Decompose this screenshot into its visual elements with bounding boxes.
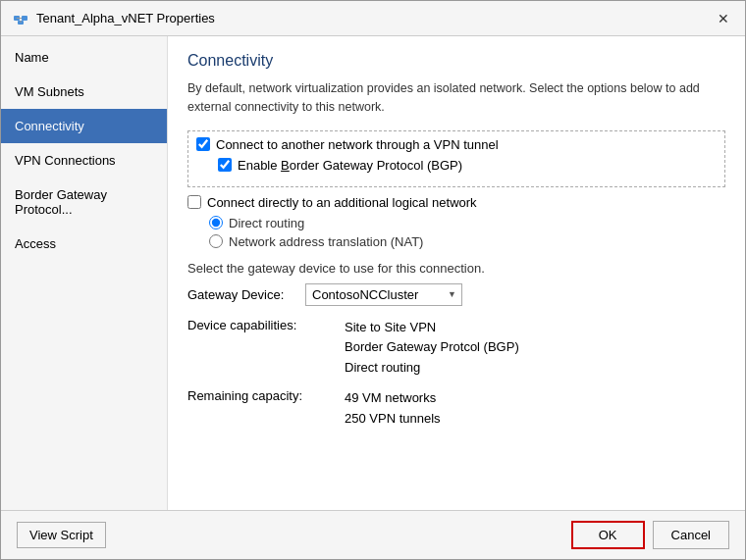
dialog-footer: View Script OK Cancel: [1, 510, 745, 559]
gateway-device-select[interactable]: ContosoNCCluster: [305, 283, 462, 306]
close-button[interactable]: ✕: [714, 9, 733, 28]
capability-item-2: Border Gateway Protcol (BGP): [345, 337, 519, 358]
bgp-checkbox[interactable]: [218, 158, 232, 172]
main-content: Connectivity By default, network virtual…: [168, 36, 745, 510]
footer-left: View Script: [17, 522, 106, 548]
sidebar-item-vpn-connections[interactable]: VPN Connections: [1, 143, 167, 178]
dialog-window: Tenant_Alpha_vNET Properties ✕ Name VM S…: [0, 0, 746, 560]
svg-rect-1: [22, 16, 27, 21]
device-capabilities-values: Site to Site VPN Border Gateway Protcol …: [345, 318, 519, 379]
bgp-checkbox-row: Enable Border Gateway Protocol (BGP): [218, 158, 717, 173]
network-icon: [13, 11, 28, 26]
ok-button[interactable]: OK: [571, 521, 645, 549]
dialog-body: Name VM Subnets Connectivity VPN Connect…: [1, 36, 745, 510]
sidebar-item-bgp[interactable]: Border Gateway Protocol...: [1, 178, 167, 227]
vpn-checkbox[interactable]: [196, 137, 210, 151]
direct-connect-checkbox-row: Connect directly to an additional logica…: [187, 195, 725, 210]
gateway-select-wrapper: ContosoNCCluster: [305, 283, 462, 306]
direct-connect-label: Connect directly to an additional logica…: [207, 195, 477, 210]
direct-connect-group: Connect directly to an additional logica…: [187, 195, 725, 249]
remaining-capacity-values: 49 VM networks 250 VPN tunnels: [345, 388, 441, 430]
gateway-device-label: Gateway Device:: [187, 287, 295, 302]
title-text: Tenant_Alpha_vNET Properties: [36, 11, 215, 25]
gateway-select-label: Select the gateway device to use for thi…: [187, 261, 725, 276]
capability-item-1: Site to Site VPN: [345, 318, 519, 338]
sidebar-item-connectivity[interactable]: Connectivity: [1, 109, 167, 143]
remaining-item-1: 49 VM networks: [345, 388, 441, 409]
title-bar: Tenant_Alpha_vNET Properties ✕: [1, 1, 745, 36]
gateway-section: Select the gateway device to use for thi…: [187, 261, 725, 306]
routing-options: Direct routing Network address translati…: [209, 216, 725, 249]
nat-routing-label: Network address translation (NAT): [229, 234, 423, 249]
device-capabilities-row: Device capabilities: Site to Site VPN Bo…: [187, 318, 725, 379]
section-title: Connectivity: [187, 52, 725, 70]
remaining-item-2: 250 VPN tunnels: [345, 409, 441, 430]
direct-routing-radio[interactable]: [209, 216, 223, 229]
device-capabilities-label: Device capabilities:: [187, 318, 345, 379]
remaining-capacity-label: Remaining capacity:: [187, 388, 345, 430]
capabilities-section: Device capabilities: Site to Site VPN Bo…: [187, 318, 725, 430]
description: By default, network virtualization provi…: [187, 79, 725, 117]
footer-right: OK Cancel: [571, 521, 729, 549]
cancel-button[interactable]: Cancel: [653, 521, 729, 549]
direct-connect-checkbox[interactable]: [187, 195, 201, 209]
vpn-option-group: Connect to another network through a VPN…: [187, 130, 725, 187]
sidebar-item-name[interactable]: Name: [1, 40, 167, 75]
nat-routing-row: Network address translation (NAT): [209, 234, 725, 249]
view-script-button[interactable]: View Script: [17, 522, 106, 548]
bgp-checkbox-label: Enable Border Gateway Protocol (BGP): [238, 158, 462, 173]
bgp-sub-option: Enable Border Gateway Protocol (BGP): [218, 158, 717, 173]
gateway-row: Gateway Device: ContosoNCCluster: [187, 283, 725, 306]
title-bar-left: Tenant_Alpha_vNET Properties: [13, 11, 215, 26]
sidebar-item-access[interactable]: Access: [1, 227, 167, 261]
sidebar-item-vm-subnets[interactable]: VM Subnets: [1, 75, 167, 109]
direct-routing-label: Direct routing: [229, 216, 304, 230]
bgp-underline-b: B: [281, 158, 290, 173]
vpn-checkbox-row: Connect to another network through a VPN…: [196, 137, 717, 152]
nat-routing-radio[interactable]: [209, 234, 223, 248]
capability-item-3: Direct routing: [345, 358, 519, 379]
sidebar: Name VM Subnets Connectivity VPN Connect…: [1, 36, 168, 510]
remaining-capacity-row: Remaining capacity: 49 VM networks 250 V…: [187, 388, 725, 430]
direct-routing-row: Direct routing: [209, 216, 725, 230]
vpn-checkbox-label: Connect to another network through a VPN…: [216, 137, 499, 152]
